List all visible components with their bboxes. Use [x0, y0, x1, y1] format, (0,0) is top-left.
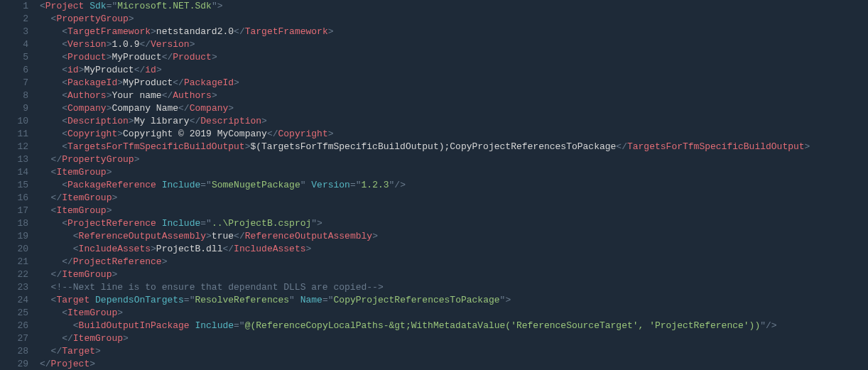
token-p: </ [40, 359, 51, 369]
line-number: 7 [0, 77, 28, 89]
code-line[interactable]: <Authors>Your name</Authors> [40, 89, 810, 102]
token-p: < [40, 180, 67, 190]
code-line[interactable]: <ItemGroup> [40, 205, 810, 217]
code-line[interactable]: <Company>Company Name</Company> [40, 102, 810, 115]
code-line[interactable]: <ItemGroup> [40, 307, 810, 320]
token-p: </ [40, 269, 62, 280]
token-tag: ItemGroup [56, 205, 106, 216]
token-str: Microsoft.NET.Sdk [117, 1, 212, 11]
token-txt: MyProduct [112, 52, 161, 62]
code-line[interactable]: </Project> [40, 358, 810, 370]
code-line[interactable]: </Target> [40, 345, 810, 358]
token-p: < [40, 1, 45, 11]
token-tag: ProjectReference [67, 218, 156, 229]
code-area[interactable]: <Project Sdk="Microsoft.NET.Sdk"> <Prope… [36, 0, 810, 370]
code-line[interactable]: <Description>My library</Description> [40, 115, 810, 128]
token-txt: MyProduct [123, 77, 173, 88]
token-tag: ItemGroup [62, 192, 112, 203]
line-number: 10 [0, 115, 28, 128]
code-line[interactable]: </ItemGroup> [40, 332, 810, 345]
token-p: < [40, 231, 79, 241]
line-number: 14 [0, 166, 28, 179]
line-number: 20 [0, 243, 28, 256]
code-line[interactable]: <Copyright>Copyright © 2019 MyCompany</C… [40, 128, 810, 141]
token-p: < [40, 103, 67, 114]
code-line[interactable]: </ItemGroup> [40, 192, 810, 205]
token-p [156, 218, 162, 229]
token-p [89, 295, 95, 305]
line-number: 15 [0, 179, 28, 192]
token-p: < [40, 205, 56, 216]
line-number: 29 [0, 358, 28, 370]
code-line[interactable]: <ProjectReference Include="..\ProjectB.c… [40, 217, 810, 230]
token-tag: Company [67, 103, 107, 114]
token-attr: Include [195, 320, 234, 331]
token-tag: Description [200, 116, 261, 126]
token-p: < [40, 141, 67, 152]
code-line[interactable]: <!--Next line is to ensure that dependan… [40, 281, 810, 294]
code-line[interactable]: <BuildOutputInPackage Include="@(Referen… [40, 320, 810, 332]
token-p: < [40, 218, 67, 229]
token-p: " [289, 295, 300, 305]
token-p: =" [200, 180, 212, 190]
token-txt: Copyright © 2019 MyCompany [123, 129, 267, 139]
token-tag: PackageReference [67, 180, 156, 190]
token-txt: true [212, 231, 234, 241]
token-attr: Version [311, 180, 350, 190]
token-p: </ [40, 256, 73, 267]
token-p: < [40, 13, 56, 24]
token-attr: Include [162, 218, 201, 229]
token-p: </ [40, 154, 62, 165]
token-tag: Company [190, 103, 229, 114]
token-p: </ [40, 333, 73, 344]
token-attr: Name [300, 295, 322, 305]
code-line[interactable]: <ItemGroup> [40, 166, 810, 179]
code-line[interactable]: <TargetFramework>netstandard2.0</TargetF… [40, 26, 810, 38]
code-line[interactable]: <IncludeAssets>ProjectB.dll</IncludeAsse… [40, 243, 810, 256]
token-p: > [117, 77, 123, 88]
code-line[interactable]: <ReferenceOutputAssembly>true</Reference… [40, 230, 810, 243]
token-txt: $(TargetsForTfmSpecificBuildOutput);Copy… [250, 141, 616, 152]
token-tag: PropertyGroup [62, 154, 134, 165]
token-p: </ [267, 129, 278, 139]
token-p: =" [200, 218, 212, 229]
code-line[interactable]: <Target DependsOnTargets="ResolveReferen… [40, 294, 810, 307]
token-tag: id [145, 65, 156, 75]
token-tag: PackageId [184, 77, 234, 88]
token-tag: Authors [173, 90, 212, 101]
code-line[interactable]: <Product>MyProduct</Product> [40, 51, 810, 64]
token-p: > [117, 129, 123, 139]
token-txt: ProjectB.dll [156, 244, 223, 254]
code-line[interactable]: <Version>1.0.9</Version> [40, 38, 810, 51]
code-line[interactable]: </ItemGroup> [40, 268, 810, 281]
code-line[interactable]: <PackageReference Include="SomeNugetPack… [40, 179, 810, 192]
code-line[interactable]: <PackageId>MyProduct</PackageId> [40, 77, 810, 89]
token-tag: Project [45, 1, 85, 11]
token-p: > [212, 52, 217, 62]
token-p: > [129, 116, 134, 126]
token-tag: ItemGroup [62, 269, 112, 280]
code-line[interactable]: <PropertyGroup> [40, 13, 810, 26]
code-line[interactable]: </PropertyGroup> [40, 153, 810, 166]
line-number: 12 [0, 141, 28, 153]
code-line[interactable]: <id>MyProduct</id> [40, 64, 810, 77]
token-p: < [40, 295, 56, 305]
code-line[interactable]: <TargetsForTfmSpecificBuildOutput>$(Targ… [40, 141, 810, 153]
token-cmt: <!--Next line is to ensure that dependan… [40, 282, 384, 293]
token-p: </ [40, 192, 62, 203]
token-p: > [261, 116, 267, 126]
token-p: =" [234, 320, 245, 331]
token-p: =" [184, 295, 195, 305]
token-tag: Copyright [67, 129, 117, 139]
token-p: "> [311, 218, 322, 229]
line-number: 16 [0, 192, 28, 205]
token-p: </ [234, 231, 245, 241]
code-editor[interactable]: 1234567891011121314151617181920212223242… [0, 0, 868, 370]
line-number: 18 [0, 217, 28, 230]
code-line[interactable]: <Project Sdk="Microsoft.NET.Sdk"> [40, 0, 810, 13]
token-p: > [162, 256, 168, 267]
token-p: > [228, 103, 234, 114]
line-number: 4 [0, 38, 28, 51]
token-tag: PropertyGroup [56, 13, 128, 24]
code-line[interactable]: </ProjectReference> [40, 256, 810, 268]
